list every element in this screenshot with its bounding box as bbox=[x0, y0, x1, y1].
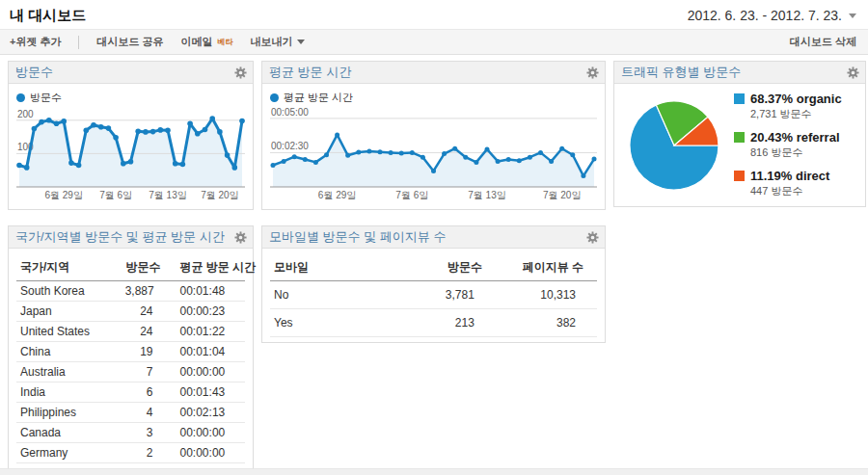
gear-icon[interactable] bbox=[234, 66, 247, 79]
toolbar-left-group: +위젯 추가 대시보드 공유 이메일베타 내보내기 bbox=[10, 35, 305, 49]
column-header: 모바일 bbox=[270, 253, 394, 281]
widget-avg-visit-time: 평균 방문 시간 평균 방문 시간 00:02:3000:05:006월 29일… bbox=[261, 61, 606, 210]
legend-percent-label: 11.19% direct bbox=[750, 169, 829, 183]
table-cell: 19 bbox=[120, 342, 175, 362]
legend-swatch-icon bbox=[734, 132, 745, 143]
email-button[interactable]: 이메일베타 bbox=[181, 35, 233, 49]
table-cell: Germany bbox=[16, 443, 120, 463]
export-button[interactable]: 내보내기 bbox=[251, 35, 305, 49]
svg-text:7월 20일: 7월 20일 bbox=[543, 190, 581, 200]
delete-dashboard-button[interactable]: 대시보드 삭제 bbox=[790, 35, 856, 49]
legend-label: 평균 방문 시간 bbox=[284, 91, 353, 105]
table-cell: United States bbox=[16, 322, 120, 342]
table-cell: 00:01:43 bbox=[175, 383, 245, 403]
table-cell: 382 bbox=[496, 309, 597, 337]
table-cell: 00:00:00 bbox=[175, 443, 245, 463]
table-cell: Canada bbox=[16, 423, 120, 443]
table-cell: 4 bbox=[120, 403, 175, 423]
widget-title-mobile[interactable]: 모바일별 방문수 및 페이지뷰 수 bbox=[269, 228, 446, 246]
traffic-type-pie-chart[interactable] bbox=[628, 99, 720, 192]
gear-icon[interactable] bbox=[586, 231, 599, 244]
legend-dot-icon bbox=[16, 93, 25, 102]
legend-visits-value: 2,731 방문수 bbox=[750, 107, 842, 121]
page-title: 내 대시보드 bbox=[10, 7, 86, 25]
table-cell: 00:02:13 bbox=[175, 403, 245, 423]
add-widget-button[interactable]: +위젯 추가 bbox=[10, 35, 61, 49]
share-dashboard-button[interactable]: 대시보드 공유 bbox=[96, 35, 163, 49]
widget-countries: 국가/지역별 방문수 및 평균 방문 시간 국가/지역방문수평균 방문 시간So… bbox=[8, 225, 254, 475]
column-header: 국가/지역 bbox=[16, 253, 120, 281]
table-row: United States2400:01:22 bbox=[16, 322, 245, 342]
table-cell: 2 bbox=[120, 443, 175, 463]
dashboard-toolbar: +위젯 추가 대시보드 공유 이메일베타 내보내기 대시보드 삭제 bbox=[0, 29, 868, 55]
table-row: Australia700:00:00 bbox=[16, 362, 245, 383]
table-cell: 00:01:22 bbox=[175, 322, 245, 342]
widget-traffic-type: 트래픽 유형별 방문수 68.37% organic 2,731 방문수 20.… bbox=[613, 61, 866, 207]
legend-item-direct: 11.19% direct 447 방문수 bbox=[734, 169, 842, 198]
gear-icon[interactable] bbox=[847, 66, 859, 79]
table-cell: Yes bbox=[270, 309, 394, 337]
column-header: 방문수 bbox=[120, 253, 175, 281]
legend-dot-icon bbox=[270, 93, 279, 102]
table-cell: 24 bbox=[120, 322, 175, 342]
legend-percent-label: 68.37% organic bbox=[750, 92, 842, 106]
date-range-text: 2012. 6. 23. - 2012. 7. 23. bbox=[688, 8, 842, 23]
beta-badge: 베타 bbox=[218, 37, 233, 47]
email-button-label: 이메일 bbox=[181, 35, 213, 49]
table-cell: Australia bbox=[16, 362, 120, 383]
gear-icon[interactable] bbox=[234, 231, 247, 244]
widget-body: 방문수 1002006월 29일7월 6일7월 13일7월 20일 bbox=[9, 84, 253, 209]
chart-legend: 평균 방문 시간 bbox=[270, 90, 597, 105]
svg-text:7월 20일: 7월 20일 bbox=[201, 190, 238, 200]
widget-title-countries[interactable]: 국가/지역별 방문수 및 평균 방문 시간 bbox=[15, 228, 225, 246]
table-cell: 24 bbox=[120, 302, 175, 322]
table-row: Japan2400:00:23 bbox=[16, 302, 245, 322]
legend-swatch-icon bbox=[734, 171, 745, 181]
widget-title-visits[interactable]: 방문수 bbox=[15, 64, 53, 81]
page-bottom-strip bbox=[0, 468, 868, 475]
widget-body: 평균 방문 시간 00:02:3000:05:006월 29일7월 6일7월 1… bbox=[262, 84, 605, 209]
svg-text:7월 13일: 7월 13일 bbox=[149, 190, 186, 200]
chevron-down-icon bbox=[849, 13, 856, 18]
widget-header: 국가/지역별 방문수 및 평균 방문 시간 bbox=[9, 226, 253, 249]
table-cell: 00:01:04 bbox=[175, 342, 245, 362]
widget-mobile: 모바일별 방문수 및 페이지뷰 수 모바일방문수페이지뷰 수No3,78110,… bbox=[261, 225, 606, 343]
widget-title-traffic-type[interactable]: 트래픽 유형별 방문수 bbox=[621, 64, 741, 81]
svg-text:6월 29일: 6월 29일 bbox=[318, 190, 356, 200]
table-cell: Japan bbox=[16, 302, 120, 322]
svg-text:200: 200 bbox=[17, 109, 34, 119]
table-cell: 7 bbox=[120, 362, 175, 383]
dashboard-titlebar: 내 대시보드 2012. 6. 23. - 2012. 7. 23. bbox=[0, 0, 868, 29]
svg-text:7월 6일: 7월 6일 bbox=[99, 190, 132, 200]
legend-swatch-icon bbox=[734, 93, 745, 104]
column-header: 방문수 bbox=[394, 253, 496, 281]
visits-line-chart[interactable]: 1002006월 29일7월 6일7월 13일7월 20일 bbox=[16, 107, 245, 200]
widget-header: 방문수 bbox=[9, 62, 253, 84]
legend-item-referral: 20.43% referral 816 방문수 bbox=[734, 130, 842, 160]
svg-text:6월 29일: 6월 29일 bbox=[44, 190, 82, 200]
widget-title-avg-visit-time[interactable]: 평균 방문 시간 bbox=[269, 64, 351, 81]
table-row: Germany200:00:00 bbox=[16, 443, 245, 463]
table-row: Philippines400:02:13 bbox=[16, 403, 245, 423]
table-cell: 3,781 bbox=[394, 281, 496, 309]
table-row: India600:01:43 bbox=[16, 383, 245, 403]
table-cell: 00:00:23 bbox=[175, 302, 245, 322]
avg-visit-time-line-chart[interactable]: 00:02:3000:05:006월 29일7월 6일7월 13일7월 20일 bbox=[270, 107, 597, 200]
table-cell: India bbox=[16, 383, 120, 403]
gear-icon[interactable] bbox=[586, 66, 599, 79]
table-row: China1900:01:04 bbox=[16, 342, 245, 362]
countries-table: 국가/지역방문수평균 방문 시간South Korea3,88700:01:48… bbox=[16, 253, 245, 475]
table-cell: 10,313 bbox=[496, 281, 597, 309]
widget-header: 트래픽 유형별 방문수 bbox=[614, 62, 865, 84]
widget-visits: 방문수 방문수 1002006월 29일7월 6일7월 13일7월 20일 bbox=[8, 61, 254, 210]
svg-text:00:02:30: 00:02:30 bbox=[271, 141, 309, 151]
pie-legend: 68.37% organic 2,731 방문수 20.43% referral… bbox=[734, 92, 842, 198]
chart-legend: 방문수 bbox=[16, 90, 245, 105]
widget-body: 국가/지역방문수평균 방문 시간South Korea3,88700:01:48… bbox=[9, 249, 253, 475]
table-cell: 00:00:00 bbox=[175, 423, 245, 443]
mobile-table: 모바일방문수페이지뷰 수No3,78110,313Yes213382 bbox=[270, 253, 597, 337]
table-cell: 213 bbox=[394, 309, 496, 337]
date-range-selector[interactable]: 2012. 6. 23. - 2012. 7. 23. bbox=[688, 8, 856, 23]
legend-visits-value: 447 방문수 bbox=[750, 184, 842, 198]
legend-percent-label: 20.43% referral bbox=[750, 130, 840, 145]
